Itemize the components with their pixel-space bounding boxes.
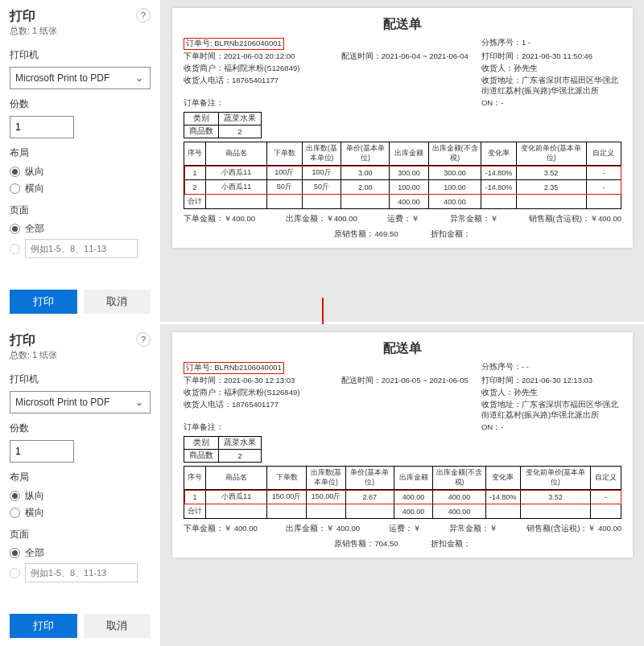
layout-portrait-radio[interactable]: 纵向 [10, 489, 151, 503]
copies-input[interactable] [10, 116, 74, 138]
print-title: 打印 [10, 8, 151, 25]
summary-line-2: 原销售额：469.50 折扣金额： [184, 229, 621, 240]
pages-label: 页面 [10, 528, 151, 541]
layout-label: 布局 [10, 471, 151, 484]
table-header-row: 序号商品名下单数出库数(基本单位)单价(基本单位)出库金额出库金额(不含税)变化… [184, 467, 621, 490]
sheet-count: 总数: 1 纸张 [10, 25, 151, 37]
layout-landscape-radio[interactable]: 横向 [10, 182, 151, 195]
print-preview: 配送单 订单号: BLRNb2106040001 分拣序号：1 - 下单时间：2… [161, 0, 644, 322]
order-no-highlight: 订单号: BLRNb2106040001 [184, 38, 284, 50]
pages-all-radio[interactable]: 全部 [10, 546, 151, 560]
pages-custom-radio[interactable] [10, 239, 151, 258]
doc-title: 配送单 [184, 340, 621, 357]
category-table: 类别蔬菜水果 商品数2 [184, 436, 262, 463]
copies-input[interactable] [10, 440, 74, 463]
print-button[interactable]: 打印 [10, 614, 77, 638]
table-row: 2小西瓜1150斤50斤2.00100.00100.00-14.80%2.35- [184, 180, 621, 195]
summary-line-1: 下单金额：￥400.00 出库金额：￥400.00 运费：￥ 异常金额：￥ 销售… [184, 214, 621, 224]
items-table: 序号商品名下单数出库数(基本单位)单价(基本单位)出库金额出库金额(不含税)变化… [184, 142, 621, 209]
print-sidebar: ? 打印 总数: 1 纸张 打印机 Microsoft Print to PDF… [0, 324, 161, 646]
pages-custom-input[interactable] [25, 239, 138, 258]
table-row: 1小西瓜11150.00斤150.00斤2.67400.00400.00-14.… [184, 490, 621, 504]
print-title: 打印 [10, 332, 151, 349]
pages-custom-radio[interactable] [10, 563, 151, 582]
table-header-row: 序号商品名下单数出库数(基本单位)单价(基本单位)出库金额出库金额(不含税)变化… [184, 142, 621, 166]
delivery-doc-1: 配送单 订单号: BLRNb2106040001 分拣序号：1 - 下单时间：2… [172, 8, 633, 248]
table-total-row: 合计400.00400.00 [184, 504, 621, 519]
pages-all-radio[interactable]: 全部 [10, 222, 151, 236]
doc-title: 配送单 [184, 16, 621, 33]
printer-select[interactable]: Microsoft Print to PDF ⌄ [10, 391, 151, 414]
chevron-down-icon: ⌄ [135, 72, 143, 84]
help-icon[interactable]: ? [136, 8, 151, 23]
table-row: 1小西瓜11100斤100斤3.00300.00300.00-14.80%3.5… [184, 166, 621, 180]
delivery-doc-2: 配送单 订单号: BLRNb2106040001 分拣序号：- - 下单时间：2… [172, 332, 633, 558]
sheet-count: 总数: 1 纸张 [10, 349, 151, 361]
pages-custom-input[interactable] [25, 563, 138, 582]
print-preview: 配送单 订单号: BLRNb2106040001 分拣序号：- - 下单时间：2… [161, 324, 644, 646]
print-button[interactable]: 打印 [10, 290, 77, 314]
category-table: 类别蔬菜水果 商品数2 [184, 112, 262, 138]
chevron-down-icon: ⌄ [135, 397, 143, 408]
layout-landscape-radio[interactable]: 横向 [10, 506, 151, 520]
print-sidebar: ? 打印 总数: 1 纸张 打印机 Microsoft Print to PDF… [0, 0, 161, 322]
layout-portrait-radio[interactable]: 纵向 [10, 165, 151, 179]
table-total-row: 合计400.00400.00 [184, 195, 621, 209]
items-table: 序号商品名下单数出库数(基本单位)单价(基本单位)出库金额出库金额(不含税)变化… [184, 466, 621, 519]
pages-label: 页面 [10, 204, 151, 217]
printer-label: 打印机 [10, 372, 151, 386]
copies-label: 份数 [10, 422, 151, 435]
order-no-highlight: 订单号: BLRNb2106040001 [184, 362, 284, 374]
cancel-button[interactable]: 取消 [84, 614, 151, 638]
help-icon[interactable]: ? [136, 332, 151, 347]
cancel-button[interactable]: 取消 [84, 290, 151, 314]
summary-line-2: 原销售额：704.50 折扣金额： [184, 539, 621, 549]
copies-label: 份数 [10, 97, 151, 111]
printer-label: 打印机 [10, 48, 151, 62]
printer-select[interactable]: Microsoft Print to PDF ⌄ [10, 67, 151, 89]
layout-label: 布局 [10, 146, 151, 160]
summary-line-1: 下单金额：￥ 400.00 出库金额：￥ 400.00 运费：￥ 异常金额：￥ … [184, 524, 621, 534]
